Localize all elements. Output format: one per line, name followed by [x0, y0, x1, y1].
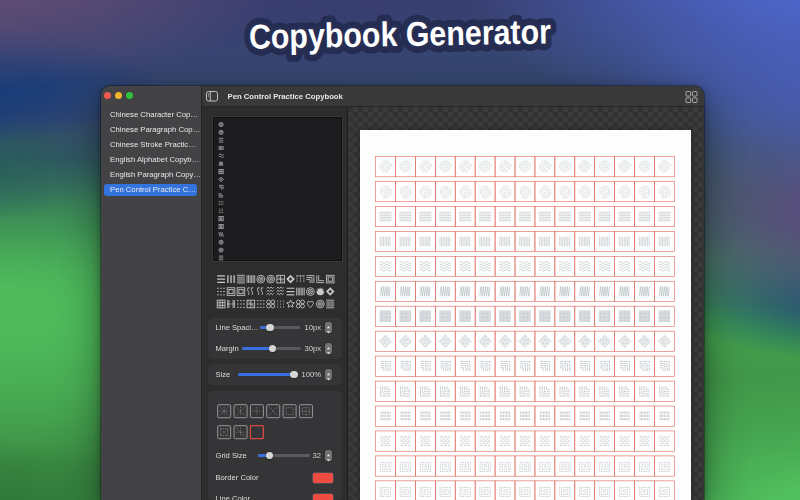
svg-text:Copybook Generator: Copybook Generator	[249, 12, 552, 55]
